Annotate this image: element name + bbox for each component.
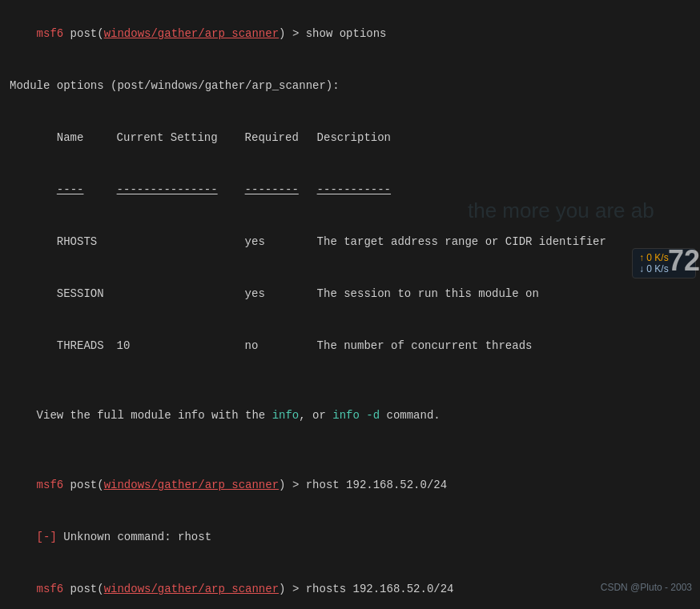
info-cmd: info — [272, 409, 300, 422]
speed-number: 72 — [668, 244, 700, 278]
speed-down: ↓ 0 K/s — [639, 263, 669, 274]
line-1: msf6 post(windows/gather/arp_scanner) > … — [10, 8, 690, 60]
table-header-row: NameCurrent SettingRequiredDescription — [10, 112, 690, 164]
error-rhost: [-] Unknown command: rhost — [10, 511, 690, 563]
table-row-session: SESSIONyesThe session to run this module… — [10, 268, 690, 320]
module-name: windows/gather/arp_scanner — [104, 27, 279, 40]
info-line: View the full module info with the info,… — [10, 390, 690, 442]
line-blank-3 — [10, 372, 690, 390]
table-row-rhosts: RHOSTSyesThe target address range or CID… — [10, 216, 690, 268]
info-d-cmd: info -d — [332, 409, 380, 422]
module-options-header: Module options (post/windows/gather/arp_… — [10, 78, 690, 95]
table-row-threads: THREADS10noThe number of concurrent thre… — [10, 320, 690, 372]
cmd-rhosts: msf6 post(windows/gather/arp_scanner) > … — [10, 563, 690, 609]
watermark-label: CSDN @Pluto - 2003 — [601, 582, 692, 593]
prompt-msf6: msf6 — [37, 27, 64, 40]
line-blank-1 — [10, 60, 690, 78]
line-blank-4 — [10, 442, 690, 459]
line-blank-2 — [10, 94, 690, 112]
table-sep-row: -------------------------------------- — [10, 164, 690, 216]
terminal: msf6 post(windows/gather/arp_scanner) > … — [0, 0, 700, 609]
speed-up: ↑ 0 K/s — [639, 252, 669, 263]
cmd-rhost: msf6 post(windows/gather/arp_scanner) > … — [10, 459, 690, 511]
